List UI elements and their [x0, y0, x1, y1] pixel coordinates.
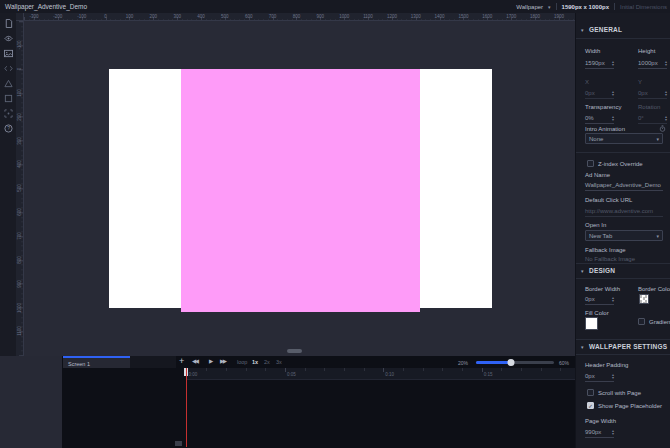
fallback-image-label: Fallback Image: [585, 247, 626, 253]
open-in-dropdown[interactable]: New Tab ▾: [585, 230, 663, 241]
add-screen-button[interactable]: +: [179, 356, 184, 366]
canvas-horizontal-scrollbar[interactable]: [287, 349, 302, 353]
section-header-general[interactable]: GENERAL: [589, 26, 622, 33]
ad-type-dropdown[interactable]: Wallpaper: [516, 4, 543, 10]
x-label: X: [585, 79, 589, 85]
border-color-swatch[interactable]: [639, 294, 649, 304]
show-page-placeholder-checkbox[interactable]: ✓: [587, 402, 594, 409]
transparency-value[interactable]: 0%: [585, 115, 594, 121]
click-url-placeholder[interactable]: http://www.adventive.com: [585, 208, 653, 214]
stepper-icon[interactable]: ▴▾: [665, 60, 667, 66]
chevron-down-icon[interactable]: ▾: [548, 4, 551, 10]
timeline-zoom-slider[interactable]: [476, 361, 554, 364]
width-value[interactable]: 1590px: [585, 60, 605, 66]
stepper-icon: ▴▾: [665, 115, 667, 121]
section-header-design[interactable]: DESIGN: [589, 267, 615, 274]
page-width-value[interactable]: 990px: [585, 429, 601, 435]
timeline-scroll-thumb[interactable]: [175, 441, 182, 446]
border-width-field[interactable]: 0px ▴▾: [585, 293, 614, 305]
pages-icon[interactable]: [3, 18, 13, 28]
border-width-value[interactable]: 0px: [585, 296, 595, 302]
rectangle-icon[interactable]: [3, 93, 13, 103]
speed-1x-button[interactable]: 1x: [252, 359, 258, 365]
timeline-tick: [403, 368, 404, 371]
ruler-h-label: 700: [269, 14, 277, 19]
timeline-tick: [265, 368, 266, 371]
help-icon[interactable]: ?: [3, 123, 13, 133]
divider: [576, 354, 670, 355]
triangle-icon[interactable]: [3, 78, 13, 88]
stepper-icon: ▴▾: [612, 90, 614, 96]
speed-2x-button[interactable]: 2x: [264, 359, 270, 365]
play-button[interactable]: ▶: [209, 358, 213, 364]
stepper-icon[interactable]: ▴▾: [612, 373, 614, 379]
document-title: Wallpaper_Adventive_Demo: [5, 3, 87, 10]
collapse-icon[interactable]: ▾: [581, 268, 584, 274]
gradient-label: Gradient: [649, 319, 670, 325]
timeline-ruler[interactable]: 0:000:050:100:15: [186, 368, 575, 380]
image-icon[interactable]: [3, 48, 13, 58]
ruler-v-label: 700: [17, 232, 22, 240]
width-field[interactable]: 1590px ▴▾: [585, 57, 614, 69]
collapse-icon[interactable]: ▾: [581, 27, 584, 33]
stepper-icon[interactable]: ▴▾: [612, 296, 614, 302]
intro-animation-dropdown[interactable]: None ▾: [585, 133, 663, 144]
timeline-tick: [442, 368, 443, 371]
design-canvas[interactable]: [24, 21, 575, 356]
fast-forward-button[interactable]: ▶▶: [220, 358, 225, 364]
target-icon[interactable]: [3, 108, 13, 118]
zindex-override-label: Z-index Override: [598, 161, 643, 167]
height-value[interactable]: 1000px: [638, 60, 658, 66]
ruler-h-label: 1700: [506, 14, 516, 19]
header-padding-field[interactable]: 0px ▴▾: [585, 370, 614, 382]
preview-icon[interactable]: [3, 33, 13, 43]
stepper-icon[interactable]: ▴▾: [612, 429, 614, 435]
page-placeholder[interactable]: [181, 69, 420, 312]
initial-dimensions-label[interactable]: Initial Dimensions: [620, 4, 667, 10]
collapse-icon[interactable]: ▾: [581, 344, 584, 350]
divider: [576, 263, 670, 264]
code-icon[interactable]: [3, 63, 13, 73]
ad-name-field[interactable]: Wallpaper_Adventive_Demo: [585, 179, 663, 191]
ruler-v-label: 200: [17, 113, 22, 121]
screen-tab[interactable]: Screen 1: [63, 356, 130, 368]
timeline-zoom-fill: [476, 361, 511, 364]
border-width-label: Border Width: [585, 286, 620, 292]
ruler-h-label: 0: [104, 14, 107, 19]
rewind-button[interactable]: ◀◀: [192, 358, 197, 364]
loop-toggle[interactable]: loop: [237, 359, 247, 365]
ruler-h-label: 300: [173, 14, 181, 19]
ad-name-value[interactable]: Wallpaper_Adventive_Demo: [585, 182, 661, 188]
timeline-zoom-handle[interactable]: [508, 359, 515, 366]
click-url-field[interactable]: http://www.adventive.com: [585, 205, 663, 217]
ruler-h-label: 100: [126, 14, 134, 19]
height-label: Height: [638, 48, 655, 54]
ruler-h-label: 500: [221, 14, 229, 19]
ruler-h-label: 1200: [387, 14, 397, 19]
stepper-icon[interactable]: ▴▾: [612, 115, 614, 121]
ruler-v-label: 1000: [17, 303, 22, 313]
section-header-wallpaper-settings[interactable]: WALLPAPER SETTINGS: [589, 343, 667, 350]
scroll-with-page-checkbox[interactable]: [587, 389, 594, 396]
ruler-v-label: 500: [17, 184, 22, 192]
fallback-image-placeholder[interactable]: No Fallback Image: [585, 256, 635, 262]
zindex-override-checkbox[interactable]: [587, 160, 594, 167]
timeline-tick: [560, 368, 561, 371]
speed-3x-button[interactable]: 3x: [276, 359, 282, 365]
intro-animation-label: Intro Animation: [585, 126, 625, 132]
page-width-field[interactable]: 990px ▴▾: [585, 426, 614, 438]
stepper-icon[interactable]: ▴▾: [612, 60, 614, 66]
height-field[interactable]: 1000px ▴▾: [638, 57, 667, 69]
rotation-value: 0°: [638, 115, 644, 121]
gradient-checkbox[interactable]: [638, 318, 645, 325]
divider: [576, 38, 670, 39]
fill-color-swatch[interactable]: [585, 317, 598, 330]
divider: [576, 278, 670, 279]
transparency-field[interactable]: 0% ▴▾: [585, 112, 614, 124]
bottom-left-filler: [0, 356, 62, 448]
timeline-tick: [364, 368, 365, 371]
ruler-v-label: 900: [17, 280, 22, 288]
fill-color-label: Fill Color: [585, 310, 609, 316]
header-padding-value[interactable]: 0px: [585, 373, 595, 379]
timeline-time-label: 0:00: [189, 372, 198, 377]
